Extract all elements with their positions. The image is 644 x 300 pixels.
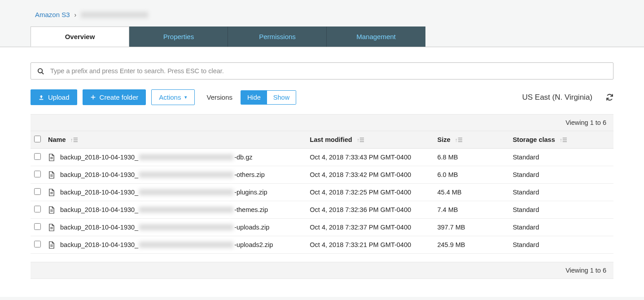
cell-size: 45.4 MB (434, 184, 509, 201)
plus-icon (90, 94, 96, 100)
row-checkbox[interactable] (34, 188, 41, 195)
file-icon (48, 189, 55, 196)
cell-storage-class: Standard (509, 236, 613, 254)
file-name-suffix: -db.gz (234, 154, 252, 161)
svg-rect-2 (39, 99, 44, 100)
table-row[interactable]: backup_2018-10-04-1930_-themes.zip Oct 4… (31, 201, 613, 219)
cell-storage-class: Standard (509, 201, 613, 219)
upload-label: Upload (48, 93, 70, 101)
cell-size: 397.7 MB (434, 219, 509, 236)
search-icon (37, 68, 44, 75)
file-icon (48, 241, 55, 249)
actions-dropdown[interactable]: Actions ▾ (151, 89, 195, 105)
tab-properties[interactable]: Properties (129, 26, 228, 47)
col-header-storage-class[interactable]: Storage class (513, 136, 555, 143)
table-row[interactable]: backup_2018-10-04-1930_-plugins.zip Oct … (31, 184, 613, 201)
versions-toggle: Hide Show (241, 90, 296, 105)
table-row[interactable]: backup_2018-10-04-1930_-db.gz Oct 4, 201… (31, 149, 613, 166)
object-table: Name ↑☰ Last modified ↑☰ Size ↑☰ Storage… (31, 131, 613, 254)
tabs: Overview Properties Permissions Manageme… (31, 26, 644, 47)
file-name-prefix: backup_2018-10-04-1930_ (60, 224, 138, 231)
cell-last-modified: Oct 4, 2018 7:33:21 PM GMT-0400 (306, 236, 434, 254)
table-row[interactable]: backup_2018-10-04-1930_-uploads2.zip Oct… (31, 236, 613, 254)
breadcrumb-root-link[interactable]: Amazon S3 (35, 11, 70, 18)
cell-last-modified: Oct 4, 2018 7:32:36 PM GMT-0400 (306, 201, 434, 219)
file-name-suffix: -plugins.zip (234, 189, 267, 196)
sort-icon: ↑☰ (455, 137, 463, 143)
actions-label: Actions (159, 93, 181, 101)
select-all-checkbox[interactable] (34, 136, 41, 142)
cell-storage-class: Standard (509, 184, 613, 201)
file-name-prefix: backup_2018-10-04-1930_ (60, 154, 138, 161)
svg-point-0 (38, 68, 42, 72)
tab-permissions[interactable]: Permissions (228, 26, 327, 47)
breadcrumb: Amazon S3 › (0, 0, 644, 26)
file-icon (48, 154, 55, 161)
file-name-redacted (139, 172, 233, 178)
chevron-right-icon: › (74, 11, 77, 18)
viewing-range-bottom: Viewing 1 to 6 (31, 262, 613, 279)
file-name-suffix: -uploads2.zip (234, 241, 273, 248)
row-checkbox[interactable] (34, 223, 41, 230)
sort-icon: ↑☰ (560, 137, 567, 143)
row-checkbox[interactable] (34, 171, 41, 177)
file-name-redacted (139, 189, 233, 195)
file-name-prefix: backup_2018-10-04-1930_ (60, 241, 138, 248)
row-checkbox[interactable] (34, 206, 41, 212)
file-name-redacted (139, 207, 233, 213)
tab-overview[interactable]: Overview (31, 26, 129, 47)
file-name-suffix: -themes.zip (234, 206, 268, 213)
toolbar: Upload Create folder Actions ▾ Versions … (31, 89, 613, 105)
create-folder-button[interactable]: Create folder (83, 89, 146, 105)
cell-size: 6.8 MB (434, 149, 509, 166)
file-name-prefix: backup_2018-10-04-1930_ (60, 171, 138, 178)
svg-line-1 (42, 72, 44, 74)
file-name-suffix: -others.zip (234, 171, 265, 178)
upload-icon (38, 94, 44, 101)
sort-icon: ↑☰ (357, 137, 364, 143)
cell-storage-class: Standard (509, 166, 613, 184)
cell-last-modified: Oct 4, 2018 7:33:43 PM GMT-0400 (306, 149, 434, 166)
file-name-redacted (139, 224, 233, 230)
cell-size: 245.9 MB (434, 236, 509, 254)
chevron-down-icon: ▾ (184, 94, 187, 100)
file-name-prefix: backup_2018-10-04-1930_ (60, 189, 138, 196)
file-name-suffix: -uploads.zip (234, 224, 269, 231)
cell-storage-class: Standard (509, 149, 613, 166)
col-header-size[interactable]: Size (437, 136, 450, 143)
search-input[interactable] (50, 67, 607, 75)
file-name-prefix: backup_2018-10-04-1930_ (60, 206, 138, 213)
cell-size: 6.0 MB (434, 166, 509, 184)
cell-storage-class: Standard (509, 219, 613, 236)
file-name-redacted (139, 242, 233, 248)
versions-label: Versions (206, 93, 232, 101)
cell-last-modified: Oct 4, 2018 7:32:25 PM GMT-0400 (306, 184, 434, 201)
svg-rect-4 (91, 97, 95, 98)
create-folder-label: Create folder (100, 93, 139, 101)
upload-button[interactable]: Upload (31, 89, 77, 105)
cell-last-modified: Oct 4, 2018 7:33:42 PM GMT-0400 (306, 166, 434, 184)
breadcrumb-bucket-name[interactable] (81, 12, 148, 18)
table-row[interactable]: backup_2018-10-04-1930_-others.zip Oct 4… (31, 166, 613, 184)
search-bar (31, 62, 613, 79)
file-icon (48, 224, 55, 231)
col-header-last-modified[interactable]: Last modified (310, 136, 352, 143)
table-row[interactable]: backup_2018-10-04-1930_-uploads.zip Oct … (31, 219, 613, 236)
refresh-icon[interactable] (606, 93, 613, 101)
col-header-name[interactable]: Name (48, 136, 66, 143)
cell-size: 7.4 MB (434, 201, 509, 219)
row-checkbox[interactable] (34, 241, 41, 247)
viewing-range-top: Viewing 1 to 6 (31, 114, 613, 131)
row-checkbox[interactable] (34, 153, 41, 160)
sort-icon: ↑☰ (70, 137, 78, 143)
region-label: US East (N. Virginia) (522, 93, 592, 102)
file-name-redacted (139, 154, 233, 160)
cell-last-modified: Oct 4, 2018 7:32:37 PM GMT-0400 (306, 219, 434, 236)
versions-show-button[interactable]: Show (267, 91, 296, 104)
tab-management[interactable]: Management (327, 26, 425, 47)
file-icon (48, 171, 55, 179)
versions-hide-button[interactable]: Hide (241, 91, 267, 104)
file-icon (48, 206, 55, 214)
